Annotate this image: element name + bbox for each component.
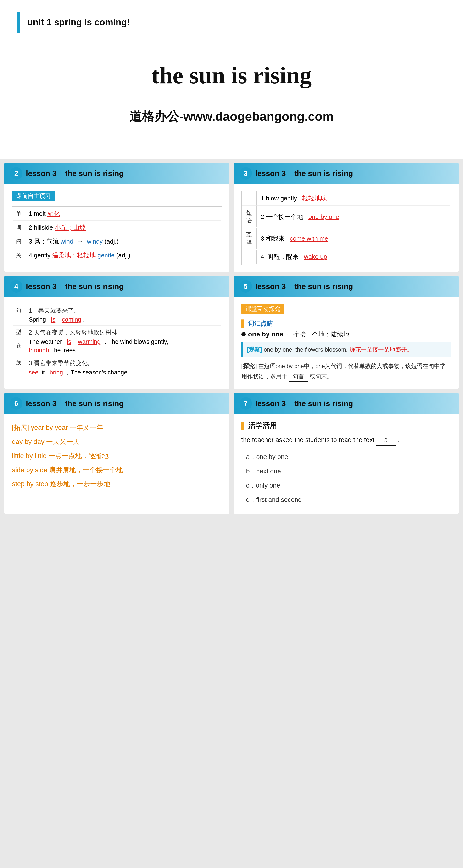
col-label: 单 xyxy=(13,207,25,220)
activity-label: ▌ 活学活用 xyxy=(241,421,451,431)
phrase-content: 3.和我来 come with me xyxy=(257,228,451,249)
main-title: the sun is rising xyxy=(0,33,463,108)
card-5-title: lesson 3 the sun is rising xyxy=(255,282,353,291)
s-label: 型在 xyxy=(13,326,25,356)
watermark: 道格办公-www.daogebangong.com xyxy=(0,108,463,158)
sentence-table: 句 1．春天就要来了。 Spring is coming . xyxy=(12,304,222,380)
card-7-title: lesson 3 the sun is rising xyxy=(255,399,353,408)
vocab-content: 3.风；气流 wind → windy (adj.) xyxy=(25,235,221,248)
table-row: 阅 3.风；气流 wind → windy (adj.) xyxy=(13,235,221,248)
phrase-table: 1.blow gently 轻轻地吹 短语 2.一个接一个地 one by on… xyxy=(241,191,451,265)
table-row: 短语 2.一个接一个地 one by one xyxy=(242,206,451,227)
vocab-content: 2.hillside 小丘；山坡 xyxy=(25,221,221,235)
s-label: 句 xyxy=(13,304,25,326)
card-5-header: 5 lesson 3 the sun is rising xyxy=(234,276,459,297)
row-label: 短语 xyxy=(242,206,257,227)
phrase-content: 2.一个接一个地 one by one xyxy=(257,206,451,227)
table-row: 型在 2.天气在变暖，风轻轻地吹过树林。 The weather is warm… xyxy=(13,326,221,356)
option-list: a．one by one b．next one c．only one d．fir… xyxy=(241,450,451,507)
table-row: 关 4.gently 温柔地；轻轻地 gentle (adj.) xyxy=(13,249,221,262)
sentence-content: 2.天气在变暖，风轻轻地吹过树林。 The weather is warming… xyxy=(25,326,221,356)
col-label: 阅 xyxy=(13,235,25,248)
unit-label: unit 1 spring is coming! xyxy=(27,17,130,27)
card-4-header: 4 lesson 3 the sun is rising xyxy=(4,276,229,297)
vocab-table: 单 1.melt 融化 词 2.hillside 小丘；山坡 xyxy=(12,207,222,263)
card-4: 4 lesson 3 the sun is rising 句 1．春天就要来了。… xyxy=(4,276,229,389)
list-item: b．next one xyxy=(241,464,451,478)
s-label: 线 xyxy=(13,357,25,379)
list-item: day by day 一天又一天 xyxy=(12,435,222,449)
expand-list: [拓展] year by year 一年又一年 day by day 一天又一天… xyxy=(12,421,222,491)
explore-block: [探究] 在短语one by one中，one为代词，代替单数的人或事物，该短语… xyxy=(241,361,451,382)
row-label: 互译 xyxy=(242,228,257,249)
phrase-content: 1.blow gently 轻轻地吹 xyxy=(257,191,451,206)
card-7-body: ▌ 活学活用 the teacher asked the students to… xyxy=(234,414,459,514)
cover-section: unit 1 spring is coming! the sun is risi… xyxy=(0,0,463,158)
card-6-body: [拓展] year by year 一年又一年 day by day 一天又一天… xyxy=(4,414,229,498)
card-2-number: 2 xyxy=(10,167,23,180)
card-2-title: lesson 3 the sun is rising xyxy=(26,169,124,178)
vocab-content: 1.melt 融化 xyxy=(25,207,221,220)
cards-grid: 2 lesson 3 the sun is rising 课前自主预习 单 1.… xyxy=(0,163,463,518)
card-4-body: 句 1．春天就要来了。 Spring is coming . xyxy=(4,297,229,386)
list-item: a．one by one xyxy=(241,450,451,464)
card-3-body: 1.blow gently 轻轻地吹 短语 2.一个接一个地 one by on… xyxy=(234,184,459,272)
list-item: little by little 一点一点地，逐渐地 xyxy=(12,449,222,463)
card-5-number: 5 xyxy=(239,280,252,292)
vocab-section-label: ▌ 词汇点睛 xyxy=(241,319,451,328)
table-row: 单 1.melt 融化 xyxy=(13,207,221,220)
vocab-bullet: one by one 一个接一个地；陆续地 xyxy=(241,330,451,339)
card-7-header: 7 lesson 3 the sun is rising xyxy=(234,393,459,414)
card-2-body: 课前自主预习 单 1.melt 融化 词 2. xyxy=(4,184,229,270)
card-7-number: 7 xyxy=(239,397,252,410)
vocab-content: 4.gently 温柔地；轻轻地 gentle (adj.) xyxy=(25,249,221,262)
col-label: 关 xyxy=(13,249,25,262)
card-2: 2 lesson 3 the sun is rising 课前自主预习 单 1.… xyxy=(4,163,229,272)
card-6-title: lesson 3 the sun is rising xyxy=(26,399,124,408)
card-7: 7 lesson 3 the sun is rising ▌ 活学活用 the … xyxy=(234,393,459,514)
table-row: 句 1．春天就要来了。 Spring is coming . xyxy=(13,304,221,326)
card-5-body: 课堂互动探究 ▌ 词汇点睛 one by one 一个接一个地；陆续地 [观察]… xyxy=(234,297,459,389)
table-row: 1.blow gently 轻轻地吹 xyxy=(242,191,451,206)
table-row: 互译 3.和我来 come with me xyxy=(242,228,451,249)
card-3-number: 3 xyxy=(239,167,252,180)
list-item: [拓展] year by year 一年又一年 xyxy=(12,421,222,435)
list-item: d．first and second xyxy=(241,493,451,507)
card-4-title: lesson 3 the sun is rising xyxy=(26,282,124,291)
activity-question: the teacher asked the students to read t… xyxy=(241,435,451,445)
card-5: 5 lesson 3 the sun is rising 课堂互动探究 ▌ 词汇… xyxy=(234,276,459,389)
card-3-title: lesson 3 the sun is rising xyxy=(255,169,353,178)
list-item: side by side 肩并肩地，一个接一个地 xyxy=(12,463,222,477)
row-label xyxy=(242,250,257,264)
sentence-content: 3.看它带来季节的变化。 see it bring ，The season's … xyxy=(25,357,221,379)
card-4-number: 4 xyxy=(10,280,23,292)
card-2-header: 2 lesson 3 the sun is rising xyxy=(4,163,229,184)
bullet-dot xyxy=(241,332,246,336)
phrase-content: 4. 叫醒，醒来 wake up xyxy=(257,250,451,264)
classroom-tag: 课堂互动探究 xyxy=(241,304,285,314)
table-row: 词 2.hillside 小丘；山坡 xyxy=(13,221,221,235)
card-3-header: 3 lesson 3 the sun is rising xyxy=(234,163,459,184)
list-item: step by step 逐步地，一步一步地 xyxy=(12,477,222,491)
list-item: c．only one xyxy=(241,478,451,493)
sentence-content: 1．春天就要来了。 Spring is coming . xyxy=(25,304,221,326)
observe-block: [观察] one by one, the flowers blossom. 鲜花… xyxy=(241,342,451,358)
card-3: 3 lesson 3 the sun is rising 1.blow gent… xyxy=(234,163,459,272)
card-6: 6 lesson 3 the sun is rising [拓展] year b… xyxy=(4,393,229,514)
cover-header: unit 1 spring is coming! xyxy=(17,12,137,33)
col-label: 词 xyxy=(13,221,25,235)
table-row: 线 3.看它带来季节的变化。 see it bring ，The season'… xyxy=(13,357,221,379)
preview-tag: 课前自主预习 xyxy=(12,191,55,201)
card-6-header: 6 lesson 3 the sun is rising xyxy=(4,393,229,414)
card-6-number: 6 xyxy=(10,397,23,410)
table-row: 4. 叫醒，醒来 wake up xyxy=(242,250,451,264)
row-label xyxy=(242,191,257,206)
